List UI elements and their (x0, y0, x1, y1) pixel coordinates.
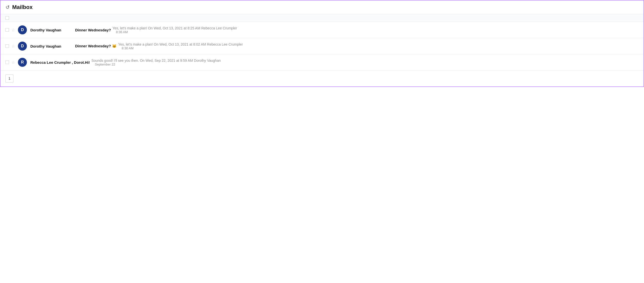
page-1-button[interactable]: 1 (6, 75, 14, 83)
star-icon-3[interactable]: ☆ (12, 60, 15, 65)
email-list: ☆ D Dorothy Vaughan Dinner Wednesday? Ye… (0, 22, 644, 71)
avatar-2: D (18, 42, 27, 51)
sender-1: Dorothy Vaughan (30, 28, 75, 32)
pagination: 1 (0, 71, 644, 86)
table-row[interactable]: ☆ R Rebecca Lee Crumpler , Dorot. Hi! So… (0, 54, 644, 71)
page-title: Mailbox (12, 4, 32, 11)
mailbox-header: ↺ Mailbox (0, 1, 644, 14)
avatar-3: R (18, 58, 27, 67)
star-icon-1[interactable]: ☆ (12, 28, 15, 32)
subject-1: Dinner Wednesday? (75, 28, 111, 32)
sender-2: Dorothy Vaughan (30, 44, 75, 48)
subject-3: Hi! (85, 60, 90, 65)
timestamp-3: September 22 (95, 63, 638, 66)
timestamp-2: 8:30 AM (122, 46, 638, 50)
preview-1: Yes, let's make a plan! On Wed, Oct 13, … (112, 26, 638, 34)
row-checkbox-2[interactable] (6, 44, 9, 48)
select-all-checkbox[interactable] (6, 16, 9, 20)
sender-3: Rebecca Lee Crumpler , Dorot. (30, 60, 85, 65)
row-checkbox-3[interactable] (6, 61, 9, 64)
row-checkbox-1[interactable] (6, 28, 9, 32)
subject-2: Dinner Wednesday? 🐱 (75, 44, 117, 48)
table-row[interactable]: ☆ D Dorothy Vaughan Dinner Wednesday? Ye… (0, 22, 644, 38)
preview-2: Yes, let's make a plan! On Wed, Oct 13, … (118, 42, 638, 50)
avatar-1: D (18, 26, 27, 34)
timestamp-1: 8:36 AM (116, 30, 638, 34)
email-toolbar (0, 14, 644, 22)
star-icon-2[interactable]: ☆ (12, 44, 15, 49)
table-row[interactable]: ☆ D Dorothy Vaughan Dinner Wednesday? 🐱 … (0, 38, 644, 54)
preview-3: Sounds good! I'll see you then. On Wed, … (91, 59, 638, 66)
refresh-icon[interactable]: ↺ (6, 4, 10, 10)
